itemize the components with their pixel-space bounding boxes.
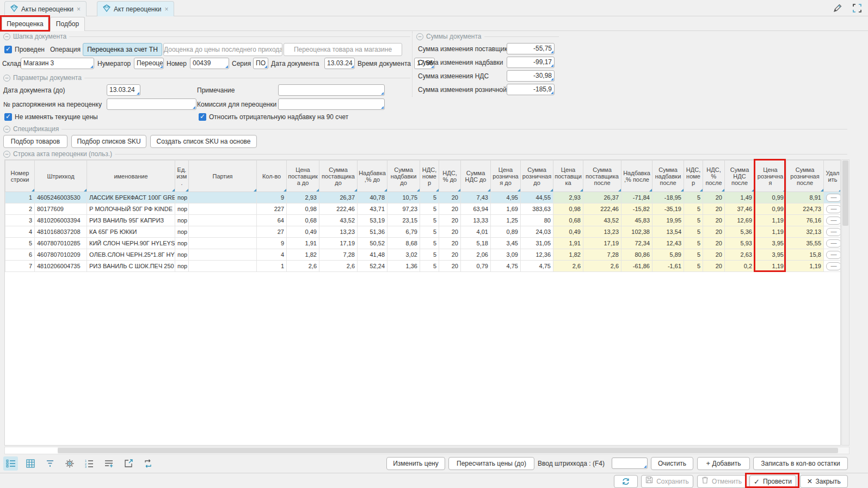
spec-button-1[interactable]: Подбор списков SKU [71,135,146,148]
table-cell[interactable]: 20 [439,226,461,238]
table-cell[interactable]: 2,06 [461,249,491,261]
table-cell[interactable]: 5,18 [461,238,491,249]
close-icon[interactable]: × [77,5,81,13]
table-cell[interactable]: 4,75 [521,261,553,272]
table-cell[interactable]: 20 [703,261,725,272]
table-cell[interactable]: 0,2 [725,261,755,272]
table-cell[interactable]: 5 [684,192,703,203]
table-cell[interactable]: 4,95 [491,192,521,203]
table-cell[interactable]: 20 [439,249,461,261]
proveden-checkbox[interactable] [4,46,12,53]
column-header[interactable]: Сумма поставщика до [319,160,358,192]
table-cell[interactable]: — [824,238,841,249]
column-header[interactable]: НДС, номер [684,160,703,192]
table-cell[interactable]: 5 [5,238,35,249]
table-cell[interactable]: 6 [5,249,35,261]
table-cell[interactable]: 2,93 [287,192,319,203]
table-cell[interactable]: 102,38 [621,226,652,238]
table-cell[interactable]: 5,36 [725,226,755,238]
table-cell[interactable]: 0,99 [755,192,786,203]
table-cell[interactable]: 3,95 [755,238,786,249]
table-cell[interactable]: 0,68 [553,215,583,226]
column-header[interactable]: Цена розничная до [491,160,521,192]
add-list-icon[interactable] [101,456,116,471]
table-cell[interactable]: — [824,192,841,203]
table-cell[interactable]: 50,52 [358,238,387,249]
close-button[interactable]: × Закрыть [800,475,848,488]
doc-tab-akty-pereotsenki[interactable]: Акты переоценки × [4,1,87,16]
column-header[interactable]: НДС, % до [439,160,461,192]
column-header[interactable]: Сумма НДС после [725,160,755,192]
table-cell[interactable]: 5 [684,238,703,249]
table-cell[interactable]: 20 [439,261,461,272]
grid-view-icon[interactable] [23,456,38,471]
table-cell[interactable]: 20 [439,238,461,249]
delete-row-button[interactable]: — [826,239,841,248]
note-field[interactable] [278,84,385,96]
collapse-icon[interactable]: − [3,33,10,40]
fullscreen-icon[interactable] [852,3,863,15]
column-header[interactable]: Кол-во [257,160,287,192]
table-row[interactable]: 44810168037208КА 65Г РБ ЮККИпор270,4913,… [5,226,841,238]
sklad-field[interactable]: Магазин 3 [21,58,94,69]
recalc-prices-button[interactable]: Пересчитать цены (до) [448,457,534,470]
table-row[interactable]: 74810206004735РИЗ ВАНИЛЬ С ШОК.ПЕЧ 250по… [5,261,841,272]
table-cell[interactable]: 3,09 [491,249,521,261]
table-cell[interactable]: 5 [684,203,703,215]
table-cell[interactable]: ОЛЕВ.СЛОН ЧЕРН.25*1.8Г HYL [87,249,175,261]
table-cell[interactable]: 1,25 [491,215,521,226]
column-header[interactable]: Сумма надбавки после [652,160,684,192]
table-cell[interactable]: 1,36 [387,261,420,272]
table-cell[interactable]: -35,19 [652,203,684,215]
table-row[interactable]: 280177609Р МОЛОЧНЫЙ 50Г РФ KINDEпор2270,… [5,203,841,215]
barcode-input[interactable] [612,458,648,469]
table-cell[interactable]: — [824,249,841,261]
table-cell[interactable]: 40,78 [358,192,387,203]
table-cell[interactable]: 20 [439,203,461,215]
table-cell[interactable]: 20 [703,203,725,215]
doc-tab-akt-pereotsenki[interactable]: Акт переоценки × [97,1,174,16]
table-cell[interactable]: 10,75 [387,192,420,203]
list-view-icon[interactable] [3,456,18,471]
table-cell[interactable]: 224,73 [786,203,824,215]
table-cell[interactable]: — [824,215,841,226]
table-cell[interactable]: Р МОЛОЧНЫЙ 50Г РФ KINDE [87,203,175,215]
table-cell[interactable]: 72,34 [621,238,652,249]
table-cell[interactable]: 1,19 [755,226,786,238]
table-cell[interactable]: 5 [684,215,703,226]
table-cell[interactable] [189,226,257,238]
table-cell[interactable]: 2 [5,203,35,215]
sum-value-field[interactable]: -185,9 [507,84,555,95]
filter-icon[interactable] [42,456,57,471]
change-price-button[interactable]: Изменить цену [386,457,445,470]
column-header[interactable]: Цена поставщика [553,160,583,192]
table-cell[interactable]: 4,75 [491,261,521,272]
sum-value-field[interactable]: -55,75 [507,43,555,54]
table-cell[interactable] [189,192,257,203]
table-cell[interactable]: 17,19 [319,238,358,249]
delete-row-button[interactable]: — [826,262,841,270]
table-cell[interactable]: 13,33 [461,215,491,226]
table-cell[interactable]: 4810206003394 [35,215,87,226]
table-cell[interactable]: 20 [703,226,725,238]
table-cell[interactable]: 43,71 [358,203,387,215]
column-header[interactable]: Штрихкод [35,160,87,192]
table-cell[interactable]: -1,61 [652,261,684,272]
column-header[interactable]: НДС, % после [703,160,725,192]
table-cell[interactable]: 20 [703,215,725,226]
table-cell[interactable]: 3,02 [387,249,420,261]
table-cell[interactable]: 27 [257,226,287,238]
delete-row-button[interactable]: — [826,217,841,225]
table-cell[interactable]: пор [175,215,189,226]
table-cell[interactable]: 12,69 [725,215,755,226]
column-header[interactable]: Сумма розничная после [786,160,824,192]
table-cell[interactable]: 41,48 [358,249,387,261]
table-cell[interactable]: 13,23 [319,226,358,238]
table-cell[interactable]: 0,98 [553,203,583,215]
table-cell[interactable]: 12,36 [521,249,553,261]
column-header[interactable]: Сумма поставщика после [583,160,621,192]
column-header[interactable]: Удалить [824,160,841,192]
table-cell[interactable]: 5 [684,261,703,272]
table-cell[interactable]: 2,63 [725,249,755,261]
column-header[interactable]: Надбавка ,% после [621,160,652,192]
